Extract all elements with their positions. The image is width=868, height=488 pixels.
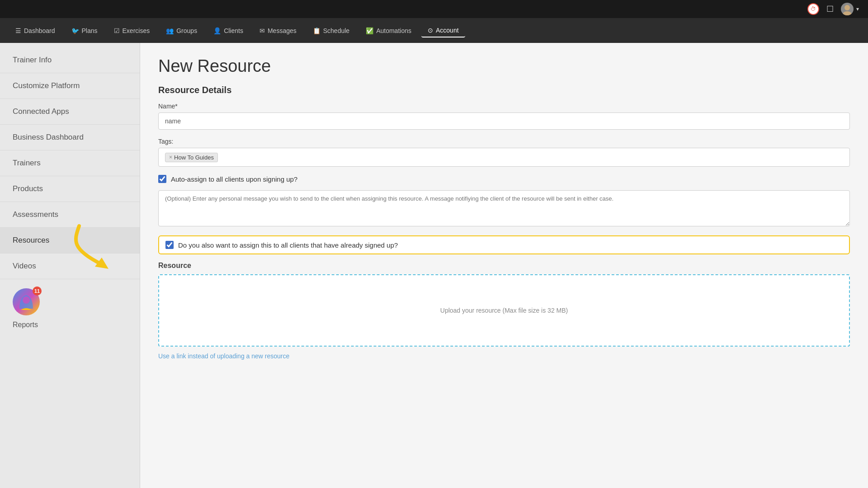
- tag-item: × How To Guides: [165, 153, 218, 162]
- section-title: Resource Details: [158, 85, 850, 95]
- chevron-down-icon: ▾: [856, 6, 859, 12]
- upload-text: Upload your resource (Max file size is 3…: [440, 307, 568, 314]
- nav-item-exercises[interactable]: ☑ Exercises: [108, 24, 156, 37]
- name-field-group: Name*: [158, 103, 850, 130]
- svg-point-1: [843, 11, 852, 15]
- sidebar-item-resources[interactable]: Resources: [0, 228, 140, 253]
- tags-field-group: Tags: × How To Guides: [158, 138, 850, 167]
- nav-item-account[interactable]: ⊙ Account: [421, 24, 465, 38]
- auto-assign-label: Auto-assign to all clients upon signing …: [171, 175, 297, 183]
- sidebar-item-assessments[interactable]: Assessments: [0, 202, 140, 228]
- main-content: New Resource Resource Details Name* Tags…: [140, 43, 868, 488]
- avatar: [841, 3, 854, 15]
- tag-remove-icon[interactable]: ×: [169, 154, 172, 160]
- tags-label: Tags:: [158, 138, 850, 145]
- reports-label[interactable]: Reports: [13, 321, 38, 329]
- upload-area[interactable]: Upload your resource (Max file size is 3…: [158, 274, 850, 347]
- sidebar-item-customize-platform[interactable]: Customize Platform: [0, 73, 140, 99]
- sidebar: Trainer Info Customize Platform Connecte…: [0, 43, 140, 488]
- sidebar-item-trainers[interactable]: Trainers: [0, 150, 140, 176]
- already-signed-checkbox[interactable]: [165, 241, 174, 249]
- topbar: ⏱ ☐ ▾: [0, 0, 868, 18]
- dashboard-icon: ☰: [15, 27, 21, 34]
- nav-item-automations[interactable]: ✅ Automations: [359, 24, 418, 37]
- layout: Trainer Info Customize Platform Connecte…: [0, 43, 868, 488]
- use-link-button[interactable]: Use a link instead of uploading a new re…: [158, 352, 289, 360]
- auto-assign-row: Auto-assign to all clients upon signing …: [158, 175, 850, 183]
- nav-item-groups[interactable]: 👥 Groups: [160, 24, 203, 37]
- schedule-icon: 📋: [313, 27, 321, 34]
- exercises-icon: ☑: [114, 27, 120, 34]
- clock-icon[interactable]: ⏱: [807, 3, 819, 15]
- svg-point-3: [23, 296, 30, 304]
- name-label: Name*: [158, 103, 850, 110]
- sidebar-avatar-wrap: 11: [13, 288, 40, 315]
- account-icon: ⊙: [428, 27, 433, 34]
- tags-input[interactable]: × How To Guides: [158, 148, 850, 167]
- sidebar-item-products[interactable]: Products: [0, 176, 140, 202]
- nav-item-plans[interactable]: 🐦 Plans: [65, 24, 104, 37]
- groups-icon: 👥: [166, 27, 174, 34]
- sidebar-item-connected-apps[interactable]: Connected Apps: [0, 99, 140, 125]
- svg-point-0: [844, 5, 850, 10]
- optional-message-textarea[interactable]: [158, 190, 850, 226]
- navbar: ☰ Dashboard 🐦 Plans ☑ Exercises 👥 Groups…: [0, 18, 868, 43]
- nav-item-messages[interactable]: ✉ Messages: [253, 24, 303, 37]
- already-signed-row: Do you also want to assign this to all c…: [158, 235, 850, 254]
- name-input[interactable]: [158, 113, 850, 130]
- automations-icon: ✅: [366, 27, 373, 34]
- page-title: New Resource: [158, 56, 850, 76]
- nav-item-dashboard[interactable]: ☰ Dashboard: [9, 24, 61, 37]
- user-avatar-menu[interactable]: ▾: [841, 3, 859, 15]
- messages-icon: ✉: [259, 27, 265, 34]
- clients-icon: 👤: [213, 27, 221, 34]
- sidebar-item-business-dashboard[interactable]: Business Dashboard: [0, 125, 140, 150]
- nav-item-clients[interactable]: 👤 Clients: [207, 24, 250, 37]
- already-signed-label: Do you also want to assign this to all c…: [178, 241, 398, 249]
- auto-assign-checkbox[interactable]: [158, 175, 166, 183]
- nav-item-schedule[interactable]: 📋 Schedule: [307, 24, 356, 37]
- notification-badge: 11: [33, 286, 42, 296]
- sidebar-bottom: 11 Reports: [0, 279, 140, 338]
- resource-upload-group: Resource Upload your resource (Max file …: [158, 262, 850, 360]
- window-icon[interactable]: ☐: [826, 4, 834, 14]
- sidebar-item-trainer-info[interactable]: Trainer Info: [0, 47, 140, 73]
- plans-icon: 🐦: [71, 27, 79, 34]
- sidebar-item-videos[interactable]: Videos: [0, 253, 140, 279]
- resource-section-title: Resource: [158, 262, 850, 270]
